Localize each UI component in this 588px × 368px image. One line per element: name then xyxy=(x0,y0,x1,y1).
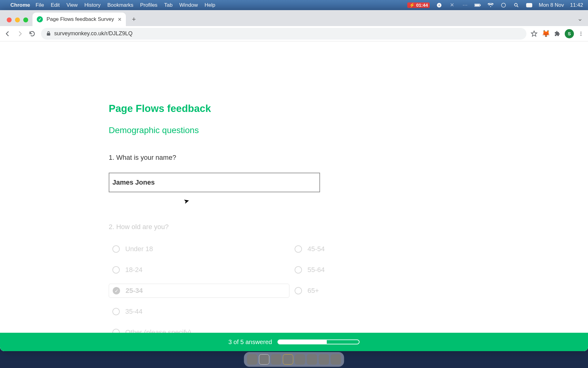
new-tab-button[interactable]: + xyxy=(128,14,139,25)
window-controls xyxy=(7,17,28,22)
progress-fill xyxy=(278,340,326,344)
menu-history[interactable]: History xyxy=(84,2,100,8)
extensions-puzzle-icon[interactable] xyxy=(554,31,560,37)
option-label: 45-54 xyxy=(307,245,325,253)
svg-point-12 xyxy=(581,35,582,36)
spotlight-icon[interactable] xyxy=(513,2,520,9)
dock-notes-icon[interactable] xyxy=(283,354,293,365)
tab-title: Page Flows feedback Survey xyxy=(47,16,114,22)
svg-marker-9 xyxy=(531,31,537,36)
radio-icon xyxy=(295,266,302,274)
svg-point-4 xyxy=(502,3,506,7)
nav-forward-button[interactable] xyxy=(17,30,24,37)
dock-app3-icon[interactable] xyxy=(319,354,329,365)
menubar-date[interactable]: Mon 8 Nov xyxy=(539,2,564,8)
q2-number: 2. xyxy=(109,223,114,231)
window-close-button[interactable] xyxy=(7,17,12,22)
menubar-app-name[interactable]: Chrome xyxy=(10,2,30,8)
menu-edit[interactable]: Edit xyxy=(51,2,60,8)
survey-title: Page Flows feedback xyxy=(109,103,354,114)
mac-dock xyxy=(244,352,344,367)
menu-tab[interactable]: Tab xyxy=(164,2,172,8)
menu-profiles[interactable]: Profiles xyxy=(140,2,157,8)
progress-label: 3 of 5 answered xyxy=(228,339,272,346)
dock-finder-icon[interactable] xyxy=(247,354,258,365)
survey-progress-bar: 3 of 5 answered xyxy=(0,333,588,351)
menu-window[interactable]: Window xyxy=(179,2,198,8)
option-55-64[interactable]: 55-64 xyxy=(291,263,473,277)
menu-bookmarks[interactable]: Bookmarks xyxy=(107,2,133,8)
dock-trash-icon[interactable] xyxy=(331,354,341,365)
avatar-initial: S xyxy=(568,31,571,36)
battery-icon[interactable] xyxy=(474,2,481,9)
menubar-clock[interactable]: 11:42 xyxy=(570,2,583,8)
page-content: Page Flows feedback Demographic question… xyxy=(0,41,588,351)
extension-metamask-icon[interactable]: 🦊 xyxy=(542,30,550,38)
nav-reload-button[interactable] xyxy=(29,30,37,37)
wifi-icon[interactable] xyxy=(487,2,494,9)
menu-file[interactable]: File xyxy=(36,2,44,8)
screen-record-timer[interactable]: ⚡01:44 xyxy=(407,2,430,8)
tab-close-icon[interactable]: ✕ xyxy=(118,17,122,22)
option-label: 55-64 xyxy=(307,266,325,274)
menu-view[interactable]: View xyxy=(66,2,78,8)
survey-section-title: Demographic questions xyxy=(109,125,354,135)
lock-icon xyxy=(47,31,51,36)
option-25-34[interactable]: ✓25-34 xyxy=(109,284,289,298)
status-icon-2[interactable]: ✕ xyxy=(449,2,455,9)
tabs-overflow-icon[interactable] xyxy=(578,17,582,22)
q1-label: What is your name? xyxy=(116,154,176,161)
svg-point-10 xyxy=(581,32,582,33)
menu-help[interactable]: Help xyxy=(205,2,215,8)
tab-strip: ✓ Page Flows feedback Survey ✕ + xyxy=(0,10,588,26)
question-1-input[interactable] xyxy=(109,173,320,192)
radio-icon xyxy=(112,245,120,253)
address-bar[interactable]: surveymonkey.co.uk/r/DJLZ9LQ xyxy=(41,28,526,40)
status-icon-3[interactable]: ⋯ xyxy=(462,2,468,9)
window-zoom-button[interactable] xyxy=(23,17,28,22)
svg-rect-7 xyxy=(526,3,532,7)
chrome-menu-icon[interactable] xyxy=(578,31,584,36)
option-45-54[interactable]: 45-54 xyxy=(291,242,473,256)
nav-back-button[interactable] xyxy=(4,30,12,37)
dock-app-icon[interactable] xyxy=(295,354,305,365)
option-65-plus[interactable]: 65+ xyxy=(291,284,473,298)
q1-number: 1. xyxy=(109,154,114,161)
timer-value: 01:44 xyxy=(416,2,428,8)
browser-toolbar: surveymonkey.co.uk/r/DJLZ9LQ 🦊 S xyxy=(0,26,588,41)
option-label: 35-44 xyxy=(125,308,142,316)
svg-point-5 xyxy=(514,3,517,6)
progress-track xyxy=(277,339,360,344)
option-label: 65+ xyxy=(307,287,319,295)
dock-chrome-icon[interactable] xyxy=(259,354,270,365)
radio-icon xyxy=(112,308,120,315)
option-under-18[interactable]: Under 18 xyxy=(109,242,291,256)
url-text: surveymonkey.co.uk/r/DJLZ9LQ xyxy=(54,30,133,37)
q2-label: How old are you? xyxy=(116,223,168,231)
status-icon-switch[interactable] xyxy=(526,2,533,9)
option-18-24[interactable]: 18-24 xyxy=(109,263,291,277)
mac-menu-bar: Chrome File Edit View History Bookmarks … xyxy=(0,0,588,10)
svg-rect-8 xyxy=(47,33,50,36)
dock-terminal-icon[interactable] xyxy=(271,354,281,365)
status-icon-1[interactable] xyxy=(436,2,443,9)
bookmark-star-icon[interactable] xyxy=(531,30,537,37)
browser-tab[interactable]: ✓ Page Flows feedback Survey ✕ xyxy=(32,13,126,26)
option-label: Under 18 xyxy=(125,245,153,253)
window-minimize-button[interactable] xyxy=(15,17,20,22)
option-35-44[interactable]: 35-44 xyxy=(109,305,291,319)
profile-avatar[interactable]: S xyxy=(565,29,574,38)
control-center-icon[interactable] xyxy=(500,2,507,9)
tab-favicon: ✓ xyxy=(37,16,43,22)
radio-icon xyxy=(112,266,120,274)
radio-icon xyxy=(295,287,302,294)
question-1-text: 1. What is your name? xyxy=(109,154,354,162)
svg-point-11 xyxy=(581,33,582,34)
option-label: 25-34 xyxy=(126,287,143,295)
question-2-options: Under 18 45-54 18-24 55-64 ✓25-34 65+ 35… xyxy=(109,242,354,339)
option-label: 18-24 xyxy=(125,266,142,274)
dock-app2-icon[interactable] xyxy=(307,354,317,365)
chrome-window: ✓ Page Flows feedback Survey ✕ + surveym… xyxy=(0,10,588,351)
radio-checked-icon: ✓ xyxy=(113,287,120,294)
svg-rect-3 xyxy=(475,4,480,6)
